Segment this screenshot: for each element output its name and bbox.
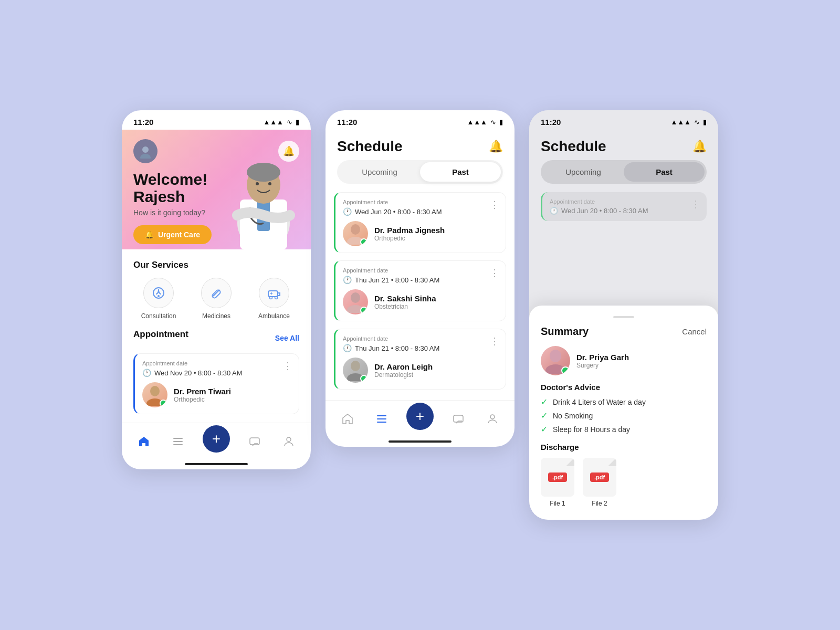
- cancel-button[interactable]: Cancel: [682, 327, 707, 336]
- status-icons-2: ▲▲▲ ∿ ▮: [467, 118, 503, 126]
- doctor-name-2-2: Dr. Sakshi Sinha: [374, 294, 436, 303]
- advice-text-2: No Smoking: [553, 412, 593, 420]
- tab-upcoming-2[interactable]: Upcoming: [339, 162, 420, 182]
- see-all-button[interactable]: See All: [275, 334, 299, 342]
- status-icons-1: ▲▲▲ ∿ ▮: [263, 118, 299, 126]
- gray-tab-past[interactable]: Past: [624, 162, 705, 182]
- doctor-info-2-3: Dr. Aaron Leigh Dermatologist: [374, 362, 433, 379]
- nav-plus-button-1[interactable]: +: [203, 425, 230, 453]
- nav-chat-1[interactable]: [245, 432, 264, 451]
- files-row: .pdf File 1 .pdf File 2: [541, 458, 707, 507]
- svg-point-15: [275, 297, 278, 299]
- summary-header: Summary Cancel: [541, 326, 707, 338]
- appointment-card-2-2: Appointment date 🕐 Thu Jun 21 • 8:00 - 8…: [334, 260, 506, 321]
- summary-doctor-avatar: [541, 346, 570, 375]
- service-medicines[interactable]: Medicines: [191, 278, 242, 320]
- pdf-label-1: File 1: [550, 500, 565, 507]
- doctor-avatar-2-1: [343, 221, 368, 246]
- summary-title: Summary: [541, 326, 589, 338]
- appointment-header: Appointment See All: [133, 329, 299, 347]
- check-icon-2: ✓: [541, 411, 548, 421]
- doctor-avatar-2-3: [343, 358, 368, 383]
- svg-rect-31: [377, 415, 386, 416]
- pdf-badge-2: .pdf: [590, 472, 609, 482]
- summary-doctor-row: Dr. Priya Garh Surgery: [541, 346, 707, 375]
- appt-time-row-1: 🕐 Wed Nov 20 • 8:00 - 8:30 AM: [142, 369, 291, 377]
- welcome-title: Welcome! Rajesh: [133, 171, 299, 205]
- tab-past-2[interactable]: Past: [420, 162, 501, 182]
- gray-tab-upcoming[interactable]: Upcoming: [543, 162, 624, 182]
- dots-menu-2-1[interactable]: ⋮: [490, 199, 499, 211]
- appt-time-row-2-3: 🕐 Thu Jun 21 • 8:00 - 8:30 AM: [343, 344, 498, 352]
- svg-point-24: [287, 437, 291, 442]
- doctor-specialty-2-1: Orthopedic: [374, 235, 445, 242]
- advice-text-3: Sleep for 8 Hours a day: [553, 425, 630, 434]
- nav-plus-button-2[interactable]: +: [406, 403, 434, 430]
- doctor-avatar-2-2: [343, 289, 368, 314]
- bg-appt-time: 🕐 Wed Jun 20 • 8:00 - 8:30 AM: [550, 207, 699, 215]
- services-title: Our Services: [133, 260, 299, 270]
- doctor-name-2-3: Dr. Aaron Leigh: [374, 362, 433, 371]
- dots-menu-2-3[interactable]: ⋮: [490, 335, 499, 347]
- svg-rect-20: [173, 438, 183, 439]
- doctor-name-2-1: Dr. Padma Jignesh: [374, 226, 445, 235]
- bell-icon-3[interactable]: 🔔: [692, 140, 707, 153]
- svg-point-18: [150, 386, 160, 396]
- drag-handle: [613, 316, 634, 318]
- bell-icon-2[interactable]: 🔔: [489, 140, 503, 153]
- appt-date-label-2-3: Appointment date: [343, 335, 498, 342]
- screens-container: 11:20 ▲▲▲ ∿ ▮ 🔔: [122, 110, 718, 520]
- appt-time-2-2: Thu Jun 21 • 8:00 - 8:30 AM: [355, 276, 439, 284]
- svg-point-10: [158, 295, 160, 297]
- nav-home-1[interactable]: [134, 432, 153, 451]
- schedule-title-3: Schedule: [541, 138, 606, 155]
- hero-text: Welcome! Rajesh How is it going today? 🔔…: [133, 171, 299, 249]
- nav-profile-1[interactable]: [279, 432, 298, 451]
- user-avatar[interactable]: [133, 139, 158, 163]
- appt-time-text-1: Wed Nov 20 • 8:00 - 8:30 AM: [154, 369, 243, 377]
- advice-item-2: ✓ No Smoking: [541, 411, 707, 421]
- doctor-info-2-2: Dr. Sakshi Sinha Obstetrician: [374, 294, 436, 310]
- svg-rect-13: [268, 291, 278, 297]
- pdf-icon-2: .pdf: [583, 458, 616, 497]
- bottom-nav-1: +: [122, 423, 311, 463]
- doctor-specialty-1: Orthopedic: [174, 396, 231, 403]
- urgent-care-button[interactable]: 🔔 Urgent Care: [133, 225, 212, 244]
- nav-schedule-2[interactable]: [372, 410, 391, 428]
- clock-icon-1: 🕐: [142, 369, 151, 377]
- gray-tabs: Upcoming Past: [541, 160, 707, 184]
- summary-doctor-info: Dr. Priya Garh Surgery: [576, 353, 629, 369]
- bg-dots-menu[interactable]: ⋮: [691, 198, 700, 210]
- pdf-file-2[interactable]: .pdf File 2: [583, 458, 616, 507]
- doctor-info-2-1: Dr. Padma Jignesh Orthopedic: [374, 226, 445, 242]
- hero-subtitle: How is it going today?: [133, 208, 299, 217]
- pdf-badge-1: .pdf: [548, 472, 567, 482]
- ambulance-icon: [259, 278, 289, 308]
- status-bar-1: 11:20 ▲▲▲ ∿ ▮: [122, 110, 311, 130]
- dots-menu-2-2[interactable]: ⋮: [490, 267, 499, 279]
- svg-point-35: [490, 415, 495, 419]
- appt-time-2-3: Thu Jun 21 • 8:00 - 8:30 AM: [355, 344, 439, 352]
- doctor-online-2-3: [360, 375, 368, 382]
- nav-list-1[interactable]: [169, 432, 187, 451]
- medicines-label: Medicines: [202, 312, 230, 320]
- appt-time-row-2-2: 🕐 Thu Jun 21 • 8:00 - 8:30 AM: [343, 276, 498, 284]
- nav-profile-2[interactable]: [483, 410, 502, 428]
- service-ambulance[interactable]: Ambulance: [249, 278, 299, 320]
- dots-menu-1[interactable]: ⋮: [283, 360, 292, 372]
- schedule-title-2: Schedule: [337, 138, 402, 155]
- appointment-card-2-1: Appointment date 🕐 Wed Jun 20 • 8:00 - 8…: [334, 192, 506, 253]
- doctor-name-1: Dr. Prem Tiwari: [174, 387, 231, 396]
- ambulance-label: Ambulance: [258, 312, 290, 320]
- pdf-file-1[interactable]: .pdf File 1: [541, 458, 574, 507]
- services-section: Our Services Consultation: [122, 249, 311, 320]
- services-grid: Consultation Medicines: [133, 278, 299, 320]
- nav-chat-2[interactable]: [449, 410, 468, 428]
- home-indicator-2: [388, 440, 452, 443]
- appointment-list-2: Appointment date 🕐 Wed Jun 20 • 8:00 - 8…: [326, 192, 514, 390]
- svg-point-29: [351, 361, 360, 371]
- doctor-avatar-1: [142, 382, 167, 407]
- status-icons-3: ▲▲▲ ∿ ▮: [670, 118, 707, 126]
- nav-home-2[interactable]: [338, 410, 357, 428]
- service-consultation[interactable]: Consultation: [133, 278, 184, 320]
